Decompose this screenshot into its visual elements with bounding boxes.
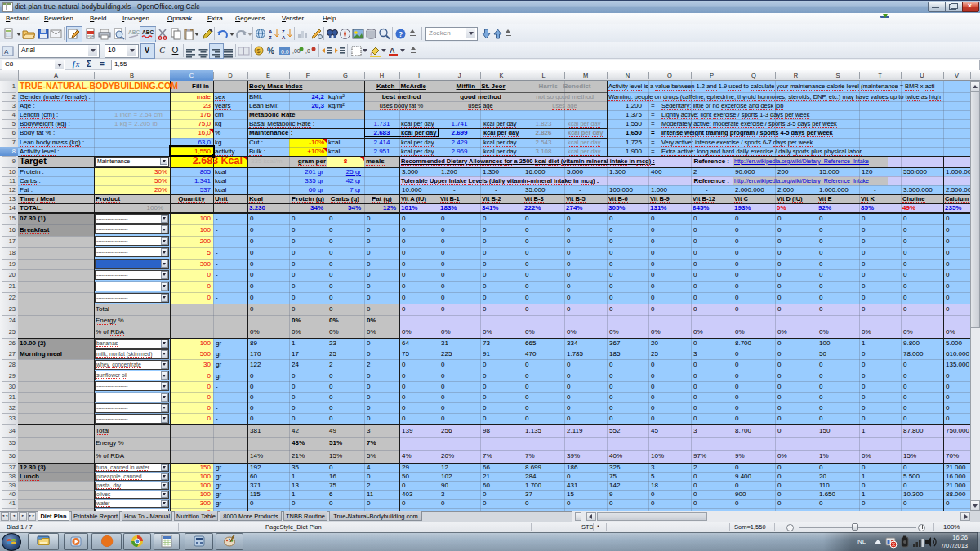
svg-text:Z: Z <box>282 29 285 34</box>
svg-text:PDF: PDF <box>87 34 95 38</box>
svg-text:%: % <box>267 47 274 56</box>
svg-text:A: A <box>269 29 273 34</box>
svg-text:0.0: 0.0 <box>281 49 289 55</box>
svg-text:A: A <box>282 35 286 40</box>
svg-text:A: A <box>4 48 9 56</box>
svg-text:ABC: ABC <box>142 29 154 35</box>
svg-text:,0: ,0 <box>305 48 310 54</box>
svg-text:Z: Z <box>269 35 272 40</box>
svg-text:?: ? <box>399 30 403 38</box>
svg-text:ABC: ABC <box>128 29 140 35</box>
svg-text:,00: ,00 <box>292 48 301 54</box>
svg-text:$: $ <box>257 48 261 54</box>
svg-text:A: A <box>390 47 395 55</box>
